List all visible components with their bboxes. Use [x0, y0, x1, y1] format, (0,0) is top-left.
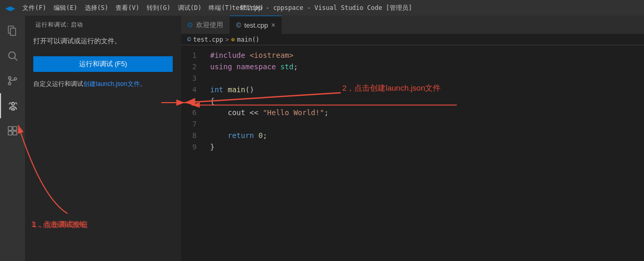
code-line-3 — [210, 72, 644, 84]
code-line-6: cout << "Hello World!"; — [210, 107, 644, 118]
search-activity-icon[interactable] — [0, 43, 25, 68]
debug-activity-icon[interactable] — [0, 93, 25, 118]
svg-line-3 — [15, 58, 17, 60]
menu-debug[interactable]: 调试(D) — [175, 3, 205, 14]
explorer-activity-icon[interactable] — [0, 18, 25, 43]
breadcrumb-sep: > — [225, 36, 229, 43]
cpp-tab-label: test.cpp — [244, 21, 268, 29]
breadcrumb-func-icon: ⊕ — [231, 36, 235, 43]
menu-edit[interactable]: 编辑(E) — [50, 3, 81, 14]
svg-point-2 — [9, 52, 16, 59]
breadcrumb-file-icon: © — [187, 36, 191, 43]
custom-debug-row: 自定义运行和调试 创建launch.json文件。 — [25, 77, 181, 91]
svg-rect-1 — [10, 28, 16, 35]
main-layout: 运行和调试: 启动 打开可以调试或运行的文件。 运行和调试 (F5) 自定义运行… — [0, 16, 644, 261]
code-line-9: } — [210, 141, 644, 153]
title-bar: ◀▶ 文件(F) 编辑(E) 选择(S) 查看(V) 转到(G) 调试(D) 终… — [0, 0, 644, 16]
menu-select[interactable]: 选择(S) — [82, 3, 112, 14]
svg-line-11 — [10, 103, 11, 104]
custom-debug-prefix: 自定义运行和调试 — [33, 80, 83, 89]
line-numbers: 1 2 3 4 5 6 7 8 9 — [181, 45, 202, 261]
svg-rect-17 — [13, 131, 17, 135]
menu-file[interactable]: 文件(F) — [19, 3, 49, 14]
breadcrumb: © test.cpp > ⊕ main() — [181, 34, 644, 45]
menu-bar: 文件(F) 编辑(E) 选择(S) 查看(V) 转到(G) 调试(D) 终端(T… — [19, 3, 267, 14]
welcome-tab-icon: ⊙ — [187, 21, 193, 29]
editor-area: ⊙ 欢迎使用 © test.cpp × © test.cpp > ⊕ main(… — [181, 16, 644, 261]
tab-welcome[interactable]: ⊙ 欢迎使用 — [181, 16, 230, 34]
run-debug-button[interactable]: 运行和调试 (F5) — [33, 56, 173, 72]
create-launch-json-link[interactable]: 创建launch.json文件。 — [83, 80, 146, 89]
tab-test-cpp[interactable]: © test.cpp × — [230, 16, 282, 34]
code-editor[interactable]: 1 2 3 4 5 6 7 8 9 #include <iostream> us… — [181, 45, 644, 261]
title-bar-left: ◀▶ 文件(F) 编辑(E) 选择(S) 查看(V) 转到(G) 调试(D) 终… — [5, 3, 267, 14]
annotation-bottom-text: 1，点击调试按钮 — [33, 220, 88, 229]
extensions-activity-icon[interactable] — [0, 118, 25, 143]
svg-rect-16 — [8, 131, 12, 135]
tab-bar: ⊙ 欢迎使用 © test.cpp × — [181, 16, 644, 34]
menu-view[interactable]: 查看(V) — [112, 3, 143, 14]
code-line-7 — [210, 118, 644, 130]
menu-terminal[interactable]: 终端(T) — [205, 3, 236, 14]
code-line-4: int main() — [210, 84, 644, 95]
breadcrumb-file[interactable]: test.cpp — [193, 36, 223, 43]
menu-goto[interactable]: 转到(G) — [144, 3, 174, 14]
vscode-logo: ◀▶ — [5, 3, 15, 13]
breadcrumb-func[interactable]: main() — [237, 36, 260, 43]
welcome-tab-label: 欢迎使用 — [196, 20, 223, 30]
svg-point-4 — [8, 77, 11, 79]
code-line-5: { — [210, 95, 644, 107]
cpp-tab-icon: © — [236, 21, 241, 29]
svg-rect-14 — [8, 127, 12, 130]
svg-point-5 — [8, 82, 11, 85]
svg-line-12 — [16, 103, 17, 104]
code-line-8: return 0; — [210, 130, 644, 141]
svg-rect-15 — [13, 127, 17, 130]
svg-rect-13 — [11, 109, 15, 110]
window-title: test.cpp - cppspace - Visual Studio Code… — [232, 4, 413, 13]
activity-bar — [0, 16, 25, 261]
sidebar-header: 运行和调试: 启动 — [25, 16, 181, 31]
sidebar-description: 打开可以调试或运行的文件。 — [25, 31, 181, 51]
git-activity-icon[interactable] — [0, 68, 25, 93]
cpp-tab-close[interactable]: × — [271, 21, 275, 29]
code-line-1: #include <iostream> — [210, 49, 644, 61]
annotation-bottom-container: 1，点击调试按钮 — [33, 219, 88, 230]
code-line-2: using namespace std; — [210, 61, 644, 72]
sidebar: 运行和调试: 启动 打开可以调试或运行的文件。 运行和调试 (F5) 自定义运行… — [25, 16, 181, 261]
code-content[interactable]: #include <iostream> using namespace std;… — [202, 45, 644, 261]
svg-point-8 — [11, 103, 15, 106]
